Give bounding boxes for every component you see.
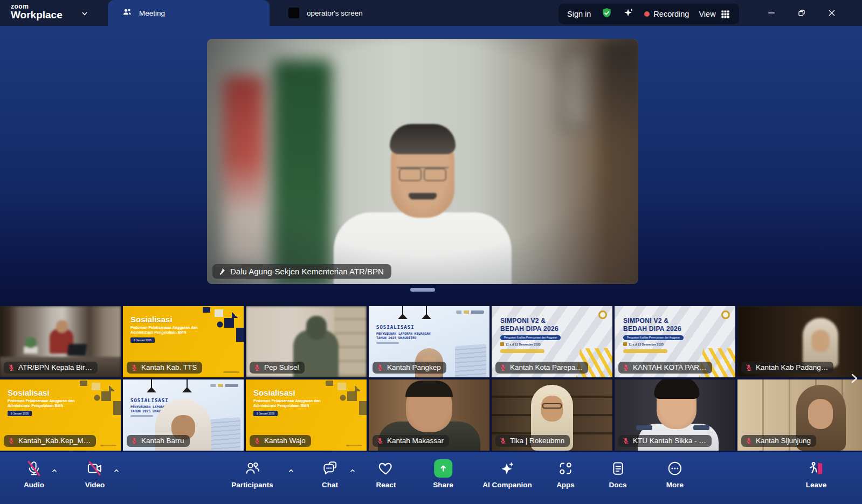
video-resize-handle[interactable] bbox=[410, 288, 435, 292]
more-ellipsis-icon bbox=[667, 460, 683, 477]
participant-name-pill: KTU Kantah Sikka - … bbox=[618, 435, 712, 447]
tab-meeting-label: Meeting bbox=[139, 9, 165, 17]
slide-title2: BEDAH DIPA 2026 bbox=[623, 325, 681, 333]
recording-label: Recording bbox=[653, 10, 689, 18]
workspace-dropdown-chevron-icon[interactable] bbox=[80, 9, 89, 18]
speaker-name: Dalu Agung-Sekjen Kementerian ATR/BPN bbox=[230, 267, 384, 276]
video-button[interactable]: Video bbox=[85, 459, 105, 489]
participant-tile[interactable]: Kantah Makassar bbox=[369, 379, 489, 451]
video-options-chevron[interactable] bbox=[113, 467, 121, 477]
apps-button[interactable]: Apps bbox=[556, 459, 575, 489]
participant-tile[interactable]: Sosialisasi Pedoman Pelaksanaan Anggaran… bbox=[0, 379, 121, 451]
participant-tile[interactable]: Sosialisasi Pedoman Pelaksanaan Anggaran… bbox=[246, 379, 367, 451]
slide-date: 11 s.d 13 Desember 2025 bbox=[629, 343, 664, 346]
participant-name: Kantah Makassar bbox=[387, 437, 444, 445]
participant-tile[interactable]: ATR/BPN Kepala Bir… bbox=[0, 306, 121, 377]
docs-icon bbox=[610, 460, 626, 477]
participant-name: Kantah_Kab.Kep_M… bbox=[18, 437, 91, 445]
react-button[interactable]: React bbox=[376, 459, 396, 489]
slide-date: 11 s.d 13 Desember 2025 bbox=[506, 343, 541, 346]
muted-mic-icon bbox=[745, 364, 753, 371]
participant-tile[interactable]: SOSIALISASI PENYUSUNAN LAPORAN KEUANGAN … bbox=[369, 306, 489, 377]
participant-name: Kantah Kota Parepa… bbox=[510, 363, 583, 371]
participant-tile[interactable]: Pep Sulsel bbox=[246, 306, 367, 377]
participant-tile[interactable]: Sosialisasi Pedoman Pelaksanaan Anggaran… bbox=[123, 306, 244, 377]
zoom-meeting-window: zoom Workplace Meeting operator's screen… bbox=[0, 0, 862, 504]
participant-gallery: ATR/BPN Kepala Bir… Sosialisasi Pedoman … bbox=[0, 305, 862, 452]
muted-mic-icon bbox=[8, 364, 15, 371]
participant-name: KTU Kantah Sikka - … bbox=[633, 437, 706, 445]
muted-mic-icon bbox=[376, 364, 384, 371]
participant-tile[interactable]: KTU Kantah Sikka - … bbox=[615, 379, 735, 451]
participant-tile[interactable]: Kantah Kab Padang… bbox=[737, 306, 862, 377]
chat-button[interactable]: Chat bbox=[322, 459, 338, 489]
slide-badge: Penguatan Kualitas Perencanaan dan Angga… bbox=[623, 335, 684, 340]
participant-name: Kantah Kab. TTS bbox=[141, 363, 197, 371]
tab-operator-screen[interactable]: operator's screen bbox=[272, 0, 450, 26]
meeting-controls-cluster: Sign in Recording View bbox=[558, 4, 739, 24]
docs-button[interactable]: Docs bbox=[609, 459, 626, 489]
slide-badge: Penguatan Kualitas Perencanaan dan Angga… bbox=[500, 335, 561, 340]
tab-meeting[interactable]: Meeting bbox=[108, 0, 270, 26]
main-speaker-video[interactable]: Dalu Agung-Sekjen Kementerian ATR/BPN bbox=[207, 39, 638, 284]
slide-date-badge: 8 Januari 2026 bbox=[130, 337, 155, 343]
ai-sparkle-icon bbox=[499, 460, 515, 477]
participants-button[interactable]: Participants bbox=[231, 459, 273, 489]
ai-companion-label: AI Companion bbox=[482, 481, 532, 489]
leave-button[interactable]: Leave bbox=[806, 459, 826, 489]
share-screen-icon bbox=[434, 459, 452, 478]
participant-name: Kantah Sijunjung bbox=[756, 437, 811, 445]
slide-title: Sosialisasi bbox=[8, 388, 50, 397]
next-page-arrow[interactable] bbox=[847, 369, 861, 388]
recording-indicator: Recording bbox=[644, 10, 689, 18]
participant-tile[interactable]: Tika | Rokeubmn bbox=[492, 379, 612, 451]
more-button[interactable]: More bbox=[666, 459, 684, 489]
ai-companion-status-icon[interactable] bbox=[623, 7, 635, 21]
muted-mic-icon bbox=[130, 437, 138, 445]
leave-door-icon bbox=[808, 460, 824, 477]
sign-in-button[interactable]: Sign in bbox=[567, 10, 591, 18]
security-shield-icon[interactable] bbox=[601, 7, 613, 22]
close-button[interactable] bbox=[819, 0, 844, 26]
participant-name: Kantah Wajo bbox=[264, 437, 306, 445]
participant-name-pill: KANTAH KOTA PAR… bbox=[618, 362, 712, 374]
slide-date-badge: 8 Januari 2026 bbox=[8, 411, 32, 416]
participant-tile[interactable]: Kantah Sijunjung bbox=[737, 379, 862, 451]
slide-title: Sosialisasi bbox=[253, 388, 295, 397]
muted-mic-icon bbox=[253, 437, 261, 445]
participant-tile[interactable]: SOSIALISASI PENYUSUNAN LAPORAN KEUANGAN … bbox=[123, 379, 244, 451]
slide-line2: Administrasi Pengelolaan BMN bbox=[8, 404, 63, 408]
participant-name-pill: Kantah Kab. TTS bbox=[127, 362, 202, 374]
meeting-people-icon bbox=[122, 7, 133, 19]
docs-label: Docs bbox=[609, 481, 626, 489]
react-label: React bbox=[376, 481, 396, 489]
minimize-button[interactable] bbox=[759, 0, 784, 26]
slide-title: SOSIALISASI bbox=[376, 325, 415, 330]
participant-name-pill: Kantah Barru bbox=[127, 435, 190, 447]
participant-name: KANTAH KOTA PAR… bbox=[633, 363, 707, 371]
participant-name: Kantah Pangkep bbox=[387, 363, 441, 371]
slide-line2: Administrasi Pengelolaan BMN bbox=[130, 330, 186, 334]
slide-line1: PENYUSUNAN LAPORAN KEUANGAN bbox=[376, 332, 431, 335]
heart-icon bbox=[378, 460, 394, 477]
participants-icon bbox=[244, 460, 260, 477]
restore-window-button[interactable] bbox=[789, 0, 814, 26]
participant-tile[interactable]: SIMPONI V2 & BEDAH DIPA 2026 Penguatan K… bbox=[615, 306, 735, 377]
participant-name-pill: Kantah_Kab.Kep_M… bbox=[4, 435, 96, 447]
operator-screen-thumbnail bbox=[288, 8, 299, 18]
brand-workplace: Workplace bbox=[11, 9, 63, 21]
share-button[interactable]: Share bbox=[433, 459, 453, 489]
ai-companion-button[interactable]: AI Companion bbox=[482, 459, 532, 489]
audio-label: Audio bbox=[24, 481, 44, 489]
audio-button[interactable]: Audio bbox=[24, 459, 44, 489]
view-button[interactable]: View bbox=[699, 9, 730, 19]
chat-options-chevron[interactable] bbox=[349, 467, 357, 477]
share-label: Share bbox=[433, 481, 453, 489]
muted-mic-icon bbox=[745, 437, 753, 445]
participant-name-pill: ATR/BPN Kepala Bir… bbox=[4, 362, 98, 374]
participant-tile[interactable]: SIMPONI V2 & BEDAH DIPA 2026 Penguatan K… bbox=[492, 306, 612, 377]
audio-options-chevron[interactable] bbox=[51, 467, 59, 477]
slide-line1: Pedoman Pelaksanaan Anggaran dan bbox=[130, 326, 198, 329]
participants-options-chevron[interactable] bbox=[287, 467, 295, 477]
participant-name-pill: Kantah Wajo bbox=[250, 435, 311, 447]
